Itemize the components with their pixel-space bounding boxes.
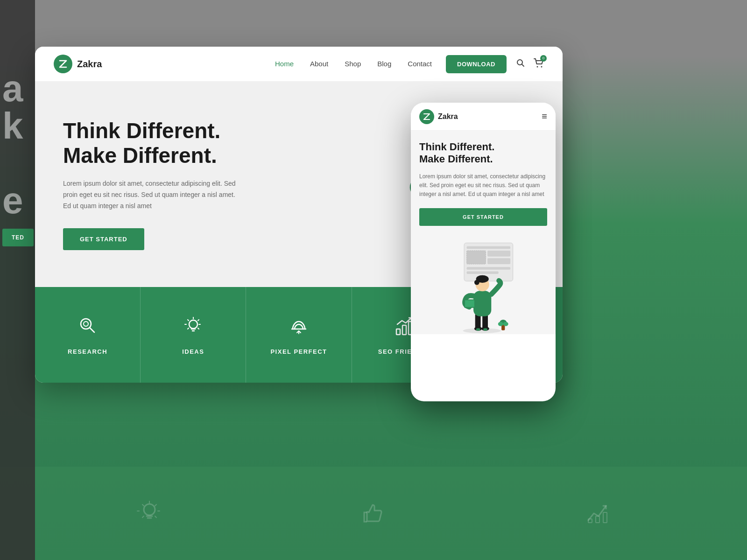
nav-logo: Zakra — [54, 55, 102, 73]
svg-point-56 — [498, 322, 503, 326]
svg-point-51 — [474, 280, 479, 285]
svg-rect-2 — [596, 516, 599, 523]
svg-point-5 — [537, 66, 538, 67]
mobile-mockup: Zakra ≡ Think Different. Make Different.… — [411, 103, 556, 401]
svg-point-57 — [503, 322, 508, 326]
desktop-navbar: Zakra Home About Shop Blog Contact DOWNL… — [35, 47, 563, 82]
logo-icon — [54, 55, 72, 73]
svg-point-52 — [476, 329, 480, 331]
hero-title: Think Different. Make Different. — [63, 119, 240, 168]
nav-link-contact[interactable]: Contact — [408, 60, 432, 68]
download-button[interactable]: DOWNLOAD — [446, 55, 507, 73]
svg-rect-38 — [487, 259, 510, 265]
svg-rect-46 — [473, 291, 491, 317]
svg-point-28 — [84, 322, 88, 326]
svg-rect-39 — [467, 267, 511, 270]
pixel-perfect-icon — [288, 315, 310, 341]
logo-name: Zakra — [77, 59, 102, 70]
svg-rect-30 — [396, 329, 400, 335]
background-icons-bar — [0, 467, 747, 560]
mobile-hero-title: Think Different. Make Different. — [419, 141, 547, 166]
svg-rect-35 — [467, 246, 511, 249]
mobile-hero-illustration — [411, 236, 556, 334]
svg-rect-40 — [467, 272, 499, 274]
bg-icon-chart — [584, 499, 612, 527]
svg-rect-3 — [603, 512, 607, 523]
nav-link-about[interactable]: About — [310, 60, 328, 68]
svg-point-53 — [483, 329, 487, 331]
mobile-get-started-button[interactable]: GET STARTED — [419, 208, 547, 226]
feature-pixel-perfect: PIXEL PERFECT — [246, 287, 352, 383]
bg-cta-hint: TED — [2, 229, 34, 246]
feature-research: RESEARCH — [35, 287, 141, 383]
ideas-icon — [183, 315, 204, 341]
search-icon[interactable] — [516, 58, 525, 70]
pixel-perfect-label: PIXEL PERFECT — [270, 348, 327, 355]
ideas-label: IDEAS — [182, 348, 204, 355]
hero-content: Think Different. Make Different. Lorem i… — [63, 119, 240, 250]
hero-description: Lorem ipsum dolor sit amet, consectetur … — [63, 178, 240, 211]
svg-rect-36 — [467, 251, 486, 264]
mobile-navbar: Zakra ≡ — [411, 103, 556, 131]
bg-icon-lightbulb — [135, 499, 163, 527]
nav-icons: 0 — [516, 58, 544, 70]
research-icon — [77, 315, 99, 341]
svg-point-0 — [144, 504, 155, 515]
nav-links: Home About Shop Blog Contact — [275, 60, 432, 68]
mobile-hero: Think Different. Make Different. Lorem i… — [411, 131, 556, 236]
mobile-logo-icon — [419, 109, 434, 124]
get-started-button[interactable]: GET STARTED — [63, 228, 144, 250]
cart-icon[interactable]: 0 — [534, 58, 544, 70]
nav-link-home[interactable]: Home — [275, 60, 294, 68]
svg-rect-48 — [465, 301, 474, 308]
mobile-logo-name: Zakra — [438, 112, 458, 121]
nav-link-blog[interactable]: Blog — [377, 60, 391, 68]
svg-rect-37 — [487, 251, 510, 257]
svg-point-6 — [541, 66, 543, 67]
hamburger-icon[interactable]: ≡ — [542, 111, 547, 122]
mobile-hero-description: Lorem ipsum dolor sit amet, consectetur … — [419, 172, 547, 199]
svg-rect-31 — [402, 325, 406, 335]
mobile-logo: Zakra — [419, 109, 458, 124]
cart-badge: 0 — [540, 55, 547, 62]
nav-link-shop[interactable]: Shop — [345, 60, 361, 68]
research-label: RESEARCH — [68, 348, 107, 355]
feature-ideas: IDEAS — [141, 287, 246, 383]
svg-point-29 — [189, 320, 197, 329]
bg-icon-thumbs — [359, 499, 388, 527]
